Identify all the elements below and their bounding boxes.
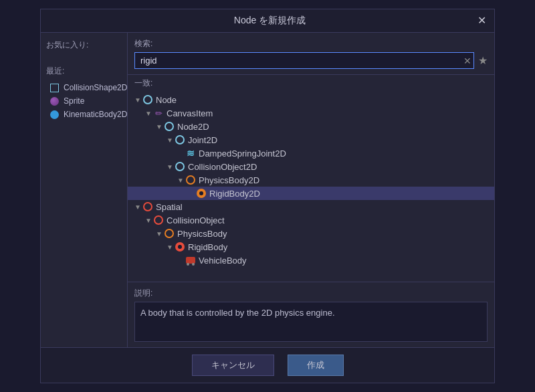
collision-icon [49, 82, 60, 93]
tree-node-label: RigidBody2D [209, 189, 260, 199]
tree-node-icon: ≋ [185, 148, 196, 159]
tree-node-icon [175, 241, 185, 252]
tree-item[interactable]: ▼Node2D [128, 120, 494, 133]
recent-label: 最近: [46, 66, 122, 77]
tree-arrow: ▼ [144, 217, 153, 224]
description-text: A body that is controlled by the 2D phys… [134, 302, 488, 342]
tree-arrow: ▼ [133, 203, 142, 211]
close-button[interactable]: ✕ [477, 15, 486, 26]
recent-section: 最近: CollisionShape2D Sprite [46, 66, 122, 121]
tree-node-label: VehicleBody [199, 256, 247, 266]
body: お気に入り: 最近: CollisionShape2D Sprite [41, 33, 494, 347]
recent-item-collision[interactable]: CollisionShape2D [46, 81, 122, 94]
tree-item[interactable]: VehicleBody [128, 254, 494, 267]
search-input-wrap: ✕ [134, 52, 474, 69]
tree-node-label: Joint2D [188, 135, 217, 145]
recent-item-label: CollisionShape2D [64, 83, 127, 92]
tree-item[interactable]: ▼Spatial [128, 200, 494, 213]
recent-item-label: Sprite [64, 96, 84, 106]
tree-node-label: Node [156, 95, 177, 105]
tree-node-label: RigidBody [188, 242, 227, 252]
tree-arrow: ▼ [133, 96, 142, 104]
recent-item-label: KinematicBody2D [64, 110, 127, 119]
tree-item[interactable]: ▼CollisionObject [128, 213, 494, 227]
kinematic-icon [49, 109, 60, 120]
search-label: 検索: [134, 38, 488, 50]
dialog-title: Node を新規作成 [62, 15, 477, 27]
tree-item[interactable]: ▼Node [128, 93, 494, 106]
tree-node-icon [175, 161, 185, 172]
tree-node-icon: ✏ [153, 108, 164, 118]
create-button[interactable]: 作成 [288, 355, 344, 376]
tree-item[interactable]: ▼RigidBody [128, 240, 494, 254]
tree-item[interactable]: ▼✏CanvasItem [128, 106, 494, 120]
dialog: Node を新規作成 ✕ お気に入り: 最近: CollisionShape2D [40, 9, 495, 383]
tree-arrow: ▼ [165, 136, 175, 144]
tree-item[interactable]: ▼CollisionObject2D [128, 160, 494, 173]
sidebar: お気に入り: 最近: CollisionShape2D Sprite [41, 33, 128, 347]
tree-node-icon [185, 175, 196, 185]
description-label: 説明: [134, 288, 488, 299]
tree-area[interactable]: ▼Node▼✏CanvasItem▼Node2D▼Joint2D≋DampedS… [128, 90, 494, 282]
tree-item[interactable]: ▼Joint2D [128, 133, 494, 146]
recent-item-kinematic[interactable]: KinematicBody2D [46, 108, 122, 121]
search-input[interactable] [134, 52, 474, 69]
tree-arrow: ▼ [144, 110, 153, 117]
title-bar: Node を新規作成 ✕ [41, 9, 494, 33]
cancel-button[interactable]: キャンセル [192, 355, 274, 376]
tree-node-icon [164, 228, 175, 239]
favorites-section: お気に入り: [46, 39, 122, 55]
tree-node-label: Node2D [177, 122, 209, 132]
search-row: ✕ ★ [134, 52, 488, 69]
tree-node-label: PhysicsBody [177, 229, 227, 239]
sprite-icon [49, 96, 60, 106]
tree-node-label: CollisionObject [167, 215, 225, 225]
tree-node-icon [142, 201, 153, 212]
favorites-label: お気に入り: [46, 39, 122, 51]
tree-node-icon [153, 215, 164, 225]
tree-arrow: ▼ [154, 123, 164, 130]
description-area: 説明: A body that is controlled by the 2D … [128, 282, 494, 347]
tree-node-icon [185, 255, 196, 266]
tree-item[interactable]: ▼PhysicsBody [128, 227, 494, 240]
tree-node-icon [164, 121, 175, 132]
tree-node-label: Spatial [156, 202, 183, 212]
tree-node-icon [142, 94, 153, 105]
recent-item-sprite[interactable]: Sprite [46, 94, 122, 108]
tree-node-icon [196, 188, 207, 199]
clear-button[interactable]: ✕ [463, 56, 471, 66]
tree-item[interactable]: RigidBody2D [128, 187, 494, 200]
tree-arrow: ▼ [165, 243, 175, 251]
tree-node-label: PhysicsBody2D [199, 175, 259, 185]
tree-node-label: CollisionObject2D [188, 162, 257, 172]
tree-arrow: ▼ [165, 163, 175, 171]
tree-item[interactable]: ▼PhysicsBody2D [128, 173, 494, 187]
tree-node-label: DampedSpringJoint2D [199, 149, 286, 159]
tree-arrow: ▼ [154, 230, 164, 237]
main-area: 検索: ✕ ★ 一致: ▼Node▼✏CanvasItem▼Node2D▼Joi… [128, 33, 494, 347]
tree-arrow: ▼ [176, 177, 185, 184]
search-area: 検索: ✕ ★ [128, 33, 494, 75]
tree-node-icon [175, 134, 185, 145]
favorite-button[interactable]: ★ [478, 54, 488, 67]
tree-node-label: CanvasItem [167, 108, 213, 118]
footer: キャンセル 作成 [41, 347, 494, 383]
tree-item[interactable]: ≋DampedSpringJoint2D [128, 146, 494, 160]
match-label: 一致: [128, 75, 494, 90]
